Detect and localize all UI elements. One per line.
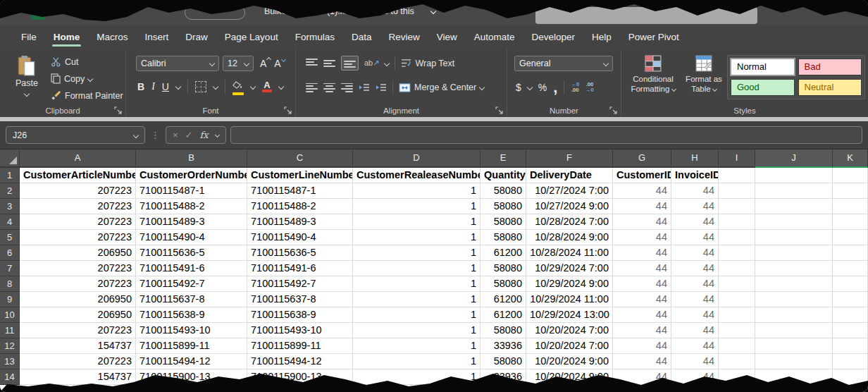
row-header-12[interactable]: 12 [0,338,20,354]
cell-E11[interactable]: 58080 [480,323,526,338]
row-header-13[interactable]: 13 [0,354,20,369]
bottom-align-button[interactable] [341,56,359,71]
confirm-entry-icon[interactable]: ✓ [185,130,193,140]
cell-G10[interactable]: 44 [613,307,671,323]
cell-J14[interactable] [755,369,833,385]
cell-K11[interactable] [833,323,868,338]
cell-C12[interactable]: 7100115899-11 [247,338,353,354]
menu-tab-power-pivot[interactable]: Power Pivot [620,26,688,49]
cut-button[interactable]: Cut [51,56,123,67]
fill-color-button[interactable] [232,79,244,95]
cell-H1[interactable]: InvoiceID [671,168,719,183]
cell-B6[interactable]: 7100115636-5 [136,245,247,261]
font-color-button[interactable]: A [262,81,272,92]
cell-E2[interactable]: 58080 [480,183,526,199]
cell-B9[interactable]: 7100115637-8 [136,292,247,307]
top-align-button[interactable] [306,59,318,68]
cell-K2[interactable] [833,183,868,199]
column-header-K[interactable]: K [833,149,868,168]
cell-J8[interactable] [755,276,833,292]
currency-format-button[interactable]: $ [516,82,521,93]
formula-bar-drag-handle[interactable]: ⋮ [149,130,161,140]
cell-K4[interactable] [833,214,868,230]
cell-B11[interactable]: 7100115493-10 [136,323,247,338]
style-good[interactable]: Good [731,79,795,96]
row-header-8[interactable]: 8 [0,276,20,292]
cell-H10[interactable]: 44 [671,307,719,323]
cell-A2[interactable]: 207223 [20,183,136,199]
middle-align-button[interactable] [323,59,335,68]
cell-B10[interactable]: 7100115638-9 [136,307,247,323]
cell-I14[interactable] [719,369,755,385]
cell-D9[interactable]: 1 [353,292,480,307]
cell-D10[interactable]: 1 [353,307,480,323]
cell-G9[interactable]: 44 [613,292,671,307]
column-header-E[interactable]: E [480,149,526,168]
cell-C9[interactable]: 7100115637-8 [247,292,353,307]
cell-D8[interactable]: 1 [353,276,480,292]
row-header-1[interactable]: 1 [0,168,20,183]
orientation-button[interactable]: ab↗ [364,59,379,68]
borders-chevron-icon[interactable] [213,84,218,90]
cell-E14[interactable]: 33936 [480,369,526,385]
column-header-B[interactable]: B [136,149,247,168]
cell-H11[interactable]: 44 [671,323,719,338]
cell-F6[interactable]: 10/28/2024 11:00 [526,245,613,261]
cell-H7[interactable]: 44 [671,261,719,276]
cell-F2[interactable]: 10/27/2024 7:00 [526,183,613,199]
cell-D5[interactable]: 1 [353,230,480,245]
cell-A4[interactable]: 207223 [20,214,136,230]
cell-J9[interactable] [755,292,833,307]
comma-format-button[interactable]: , [553,84,557,91]
cell-F11[interactable]: 10/20/2024 7:00 [526,323,613,338]
cell-A5[interactable]: 207223 [20,230,136,245]
cell-G4[interactable]: 44 [613,214,671,230]
cell-G11[interactable]: 44 [613,323,671,338]
cell-H9[interactable]: 44 [671,292,719,307]
name-box[interactable]: J26 [6,126,145,144]
cell-G2[interactable]: 44 [613,183,671,199]
autosave-toggle[interactable] [185,6,245,20]
formula-input[interactable] [230,126,862,144]
cell-H3[interactable]: 44 [671,199,719,214]
cell-J3[interactable] [755,199,833,214]
cell-H13[interactable]: 44 [671,354,719,369]
orientation-chevron-icon[interactable] [384,60,390,66]
cell-G3[interactable]: 44 [613,199,671,214]
cell-K1[interactable] [833,168,868,183]
cell-J7[interactable] [755,261,833,276]
row-header-6[interactable]: 6 [0,245,20,261]
cell-K8[interactable] [833,276,868,292]
alignment-dialog-launcher-icon[interactable] [495,106,503,114]
style-bad[interactable]: Bad [798,59,862,75]
cell-E10[interactable]: 61200 [480,307,526,323]
cell-C11[interactable]: 7100115493-10 [247,323,353,338]
cell-H14[interactable]: 44 [671,369,719,385]
row-header-11[interactable]: 11 [0,323,20,338]
cell-E3[interactable]: 58080 [480,199,526,214]
cell-I8[interactable] [719,276,755,292]
select-all-corner[interactable] [0,149,20,168]
row-header-4[interactable]: 4 [0,214,20,230]
cell-B4[interactable]: 7100115489-3 [136,214,247,230]
row-header-3[interactable]: 3 [0,199,20,214]
increase-indent-button[interactable] [376,83,387,92]
cell-F8[interactable]: 10/29/2024 9:00 [526,276,613,292]
cell-H2[interactable]: 44 [671,183,719,199]
insert-function-icon[interactable]: fx [200,130,209,140]
cell-E8[interactable]: 58080 [480,276,526,292]
style-normal[interactable]: Normal [731,59,795,75]
borders-button[interactable] [195,81,206,92]
cell-G13[interactable]: 44 [613,354,671,369]
bold-button[interactable]: B [137,81,144,92]
cell-B8[interactable]: 7100115492-7 [136,276,247,292]
cell-G7[interactable]: 44 [613,261,671,276]
decrease-indent-button[interactable] [359,83,370,92]
menu-tab-help[interactable]: Help [583,26,620,49]
cell-D11[interactable]: 1 [353,323,480,338]
fill-color-chevron-icon[interactable] [250,84,256,90]
cell-B5[interactable]: 7100115490-4 [136,230,247,245]
cell-D7[interactable]: 1 [353,261,480,276]
cell-K9[interactable] [833,292,868,307]
menu-tab-view[interactable]: View [428,26,466,49]
